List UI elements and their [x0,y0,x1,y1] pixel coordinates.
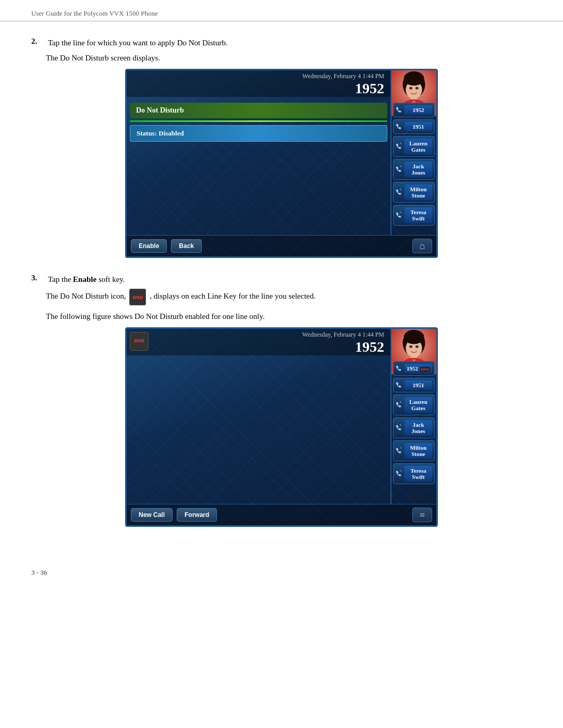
svg-point-5 [409,87,412,90]
step-2-block: 2. Tap the line for which you want to ap… [31,37,532,258]
screen2-line-key-jack-label: Jack Jones [405,420,432,436]
svg-point-15 [415,346,419,348]
line-key-1952-icon [396,106,403,114]
step-2-subtext: The Do Not Disturb screen displays. [46,52,532,64]
screen1-body: Do Not Disturb Status: Disabled 1952 [127,100,436,235]
enable-button[interactable]: Enable [131,239,167,253]
page-header: User Guide for the Polycom VVX 1500 Phon… [0,0,563,21]
screen2-left [127,358,390,504]
menu-button[interactable] [412,508,432,522]
screen2-line-key-lauren-label: Lauren Gates [405,397,432,413]
line-key-milton-icon [396,189,403,196]
screen2-line-key-milton-icon [396,447,403,454]
line-key-milton[interactable]: Milton Stone [393,182,435,203]
screen2-extension: 1952 [355,339,384,355]
svg-point-13 [403,330,424,344]
phone-screen-1: Wednesday, February 4 1:44 PM 1952 [125,69,438,258]
screen1-softkeys: Enable Back [131,239,202,253]
screen1-extension: 1952 [355,80,384,97]
screen1-left: Do Not Disturb Status: Disabled [127,100,390,235]
screen2-line-key-1951-label: 1951 [405,380,432,390]
line-key-1951-label: 1951 [405,122,432,131]
screen1-right: 1952 1951 Lauren Gates [390,100,436,235]
screen2-bottom: New Call Forward [127,504,436,525]
green-separator [130,120,387,122]
line-key-lauren-label: Lauren Gates [405,139,432,154]
screen2-right: 1952 DND 1951 Lauren Ga [390,358,436,504]
line-key-teresa-label: Teresa Swift [405,207,432,223]
line-key-1952-label: 1952 [405,105,432,115]
screen2-line-key-1952-icon [396,365,403,372]
line-key-jack[interactable]: Jack Jones [393,159,435,180]
dnd-corner-text: DND [134,339,144,344]
line-key-lauren[interactable]: Lauren Gates [393,136,435,157]
line-key-teresa-icon [396,212,403,219]
home-button[interactable] [412,239,432,253]
home-icon [420,241,425,252]
step-3-number: 3. [31,274,46,282]
page-footer: 3 - 36 [0,563,563,582]
screen2-line-key-1951[interactable]: 1951 [393,378,435,392]
screen2-line-key-teresa[interactable]: Teresa Swift [393,463,435,484]
page-content: 2. Tap the line for which you want to ap… [0,21,563,563]
screen2-body: 1952 DND 1951 Lauren Ga [127,358,436,504]
svg-point-14 [409,346,412,348]
screen2-line-key-jack-icon [396,424,403,431]
line-key-jack-label: Jack Jones [405,162,432,177]
screen2-softkeys: New Call Forward [131,508,217,522]
screen2-line-key-milton-label: Milton Stone [405,443,432,459]
enable-bold: Enable [73,275,96,283]
screen2-line-key-teresa-label: Teresa Swift [405,466,432,482]
svg-point-4 [403,71,424,85]
screen2-datetime: Wednesday, February 4 1:44 PM [302,331,384,339]
screen1-header-row: Wednesday, February 4 1:44 PM 1952 [127,70,436,100]
screen2-line-key-lauren[interactable]: Lauren Gates [393,394,435,415]
phone-screen-2: DND Wednesday, February 4 1:44 PM 1952 [125,327,438,527]
header-text: User Guide for the Polycom VVX 1500 Phon… [31,9,158,17]
dnd-inline-icon: DND [129,289,146,305]
screen1-dnd-header: Do Not Disturb [130,103,387,118]
line-key-1952[interactable]: 1952 [393,103,435,117]
screen2-ext-display: Wednesday, February 4 1:44 PM 1952 [127,329,436,355]
line-key-jack-icon [396,166,403,173]
forward-button[interactable]: Forward [177,508,217,522]
screen1-status[interactable]: Status: Disabled [130,125,387,142]
step-3-sub2: The following figure shows Do Not Distur… [46,311,532,323]
screen2-line-key-teresa-icon [396,470,403,477]
line-key-teresa[interactable]: Teresa Swift [393,205,435,226]
line-key-1951-icon [396,123,403,130]
screen2-line-key-milton[interactable]: Milton Stone [393,440,435,461]
screen1-bottom: Enable Back [127,235,436,256]
step-3-block: 3. Tap the Enable soft key. The Do Not D… [31,274,532,527]
screen2-line-key-1952[interactable]: 1952 DND [393,361,435,376]
step-2-number: 2. [31,37,46,46]
new-call-button[interactable]: New Call [131,508,173,522]
svg-point-6 [415,87,419,90]
menu-icon [420,510,425,521]
screen2-line-key-1951-icon [396,381,403,389]
line-key-1951[interactable]: 1951 [393,119,435,134]
back-button[interactable]: Back [171,239,202,253]
line-key-milton-label: Milton Stone [405,184,432,200]
dnd-badge-1952: DND [420,367,430,372]
step-3-text: Tap the Enable soft key. [48,274,125,286]
step-3-sub1: The Do Not Disturb icon, DND , displays … [46,289,532,305]
screen2-header-row: DND Wednesday, February 4 1:44 PM 1952 [127,329,436,358]
screen1-ext-display: Wednesday, February 4 1:44 PM 1952 [127,70,436,97]
dnd-corner-icon: DND [130,332,149,351]
step-2-text: Tap the line for which you want to apply… [48,37,228,49]
screen2-line-key-jack[interactable]: Jack Jones [393,417,435,438]
screen1-datetime: Wednesday, February 4 1:44 PM [302,72,384,80]
line-key-lauren-icon [396,143,403,150]
screen2-line-key-lauren-icon [396,401,403,409]
page-number: 3 - 36 [31,569,47,576]
screen2-line-key-1952-label: 1952 DND [405,364,432,373]
